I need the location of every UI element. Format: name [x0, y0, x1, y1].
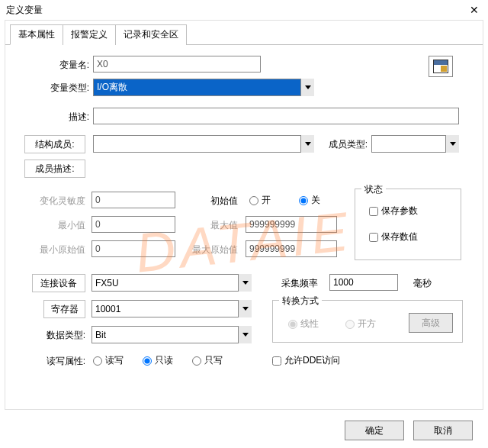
select-struct-member[interactable]	[93, 135, 314, 153]
input-min	[92, 216, 175, 233]
chevron-down-icon[interactable]	[238, 300, 252, 317]
form-area: 变量名: 变量类型: I/O离散 描述: 结构成员: 成员类型: 成员描述: 变…	[5, 45, 483, 411]
radio-conv-sqrt: 开方	[345, 317, 376, 330]
input-freq[interactable]	[329, 274, 398, 291]
group-convert: 转换方式 线性 开方 高级	[272, 300, 463, 343]
cancel-button[interactable]: 取消	[413, 421, 473, 440]
properties-icon-button[interactable]	[429, 56, 453, 77]
label-struct-member: 结构成员:	[24, 135, 85, 153]
input-min-raw	[92, 240, 175, 257]
label-var-type: 变量类型:	[36, 82, 89, 95]
footer: 确定 取消	[345, 421, 473, 440]
radio-rw-r[interactable]: 只读	[143, 354, 173, 367]
group-status: 状态 保存参数 保存数值	[355, 189, 461, 260]
select-member-type[interactable]	[371, 135, 459, 153]
check-save-param[interactable]: 保存参数	[369, 205, 418, 218]
label-rw: 读写属性:	[32, 355, 85, 368]
label-var-name: 变量名:	[43, 59, 89, 72]
label-min-raw: 最小原始值	[24, 243, 85, 256]
select-var-type[interactable]: I/O离散	[93, 79, 314, 96]
select-datatype-value: Bit	[92, 326, 252, 343]
radio-rw-rw[interactable]: 读写	[93, 354, 124, 367]
select-register-value: 10001	[92, 300, 252, 317]
close-icon[interactable]: ✕	[467, 4, 482, 16]
label-init: 初始值	[192, 195, 238, 208]
chevron-down-icon[interactable]	[238, 326, 252, 343]
tab-basic[interactable]: 基本属性	[10, 24, 63, 45]
label-min: 最小值	[40, 219, 85, 232]
radio-init-on[interactable]: 开	[249, 194, 271, 207]
chevron-down-icon[interactable]	[300, 79, 314, 96]
tab-alarm[interactable]: 报警定义	[63, 24, 116, 45]
label-freq-unit: 毫秒	[413, 277, 444, 290]
window-title: 定义变量	[6, 4, 43, 17]
legend-convert: 转换方式	[279, 295, 322, 308]
input-desc[interactable]	[93, 108, 459, 124]
label-member-type: 成员类型:	[318, 138, 368, 151]
button-advanced: 高级	[409, 313, 453, 333]
label-datatype: 数据类型:	[32, 329, 85, 342]
select-var-type-value: I/O离散	[93, 79, 314, 96]
check-save-value[interactable]: 保存数值	[369, 230, 418, 243]
input-sensitivity	[92, 192, 175, 208]
input-max-raw	[246, 240, 337, 257]
select-register[interactable]: 10001	[92, 300, 252, 317]
label-max-raw: 最大原始值	[177, 243, 238, 256]
label-freq: 采集频率	[265, 277, 318, 290]
chevron-down-icon[interactable]	[238, 274, 252, 292]
chevron-down-icon[interactable]	[300, 135, 314, 153]
label-max: 最大值	[192, 219, 238, 232]
tabs: 基本属性 报警定义 记录和安全区	[5, 21, 483, 45]
input-var-name[interactable]	[93, 56, 261, 73]
label-sensitivity: 变化灵敏度	[24, 195, 85, 208]
title-bar: 定义变量 ✕	[0, 0, 488, 20]
select-struct-member-value	[93, 135, 314, 153]
legend-status: 状态	[361, 183, 386, 196]
label-register: 寄存器	[43, 300, 85, 318]
radio-init-off[interactable]: 关	[299, 194, 320, 207]
select-datatype[interactable]: Bit	[92, 326, 252, 343]
select-device-value: FX5U	[92, 274, 252, 292]
properties-icon	[433, 60, 448, 73]
input-member-desc	[93, 160, 459, 176]
dialog-body: 基本属性 报警定义 记录和安全区 变量名: 变量类型: I/O离散 描述: 结构…	[5, 20, 483, 410]
label-member-desc: 成员描述:	[24, 160, 85, 178]
radio-rw-w[interactable]: 只写	[192, 354, 223, 367]
select-device[interactable]: FX5U	[92, 274, 252, 292]
radio-conv-linear: 线性	[288, 317, 319, 330]
ok-button[interactable]: 确定	[345, 421, 404, 440]
tab-record[interactable]: 记录和安全区	[115, 24, 187, 45]
input-max	[246, 216, 337, 233]
label-device: 连接设备	[32, 274, 85, 292]
chevron-down-icon[interactable]	[445, 135, 459, 153]
label-desc: 描述:	[51, 111, 89, 124]
check-dde[interactable]: 允许DDE访问	[272, 354, 340, 367]
